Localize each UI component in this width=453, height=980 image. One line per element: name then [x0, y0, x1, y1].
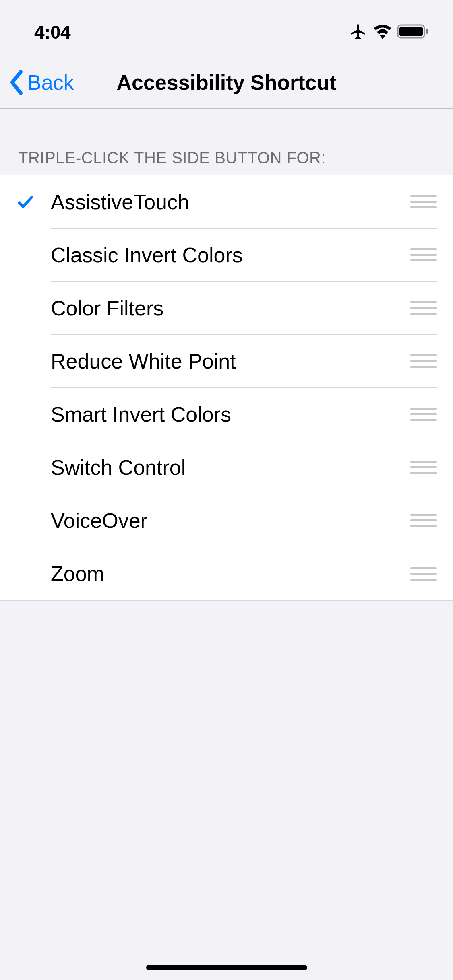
chevron-left-icon	[9, 70, 24, 95]
status-time: 4:04	[34, 21, 70, 43]
item-label: AssistiveTouch	[51, 190, 189, 214]
list-item[interactable]: Classic Invert Colors	[0, 229, 453, 282]
reorder-handle-icon[interactable]	[410, 405, 437, 423]
svg-rect-1	[399, 27, 423, 36]
home-indicator[interactable]	[146, 965, 307, 970]
reorder-handle-icon[interactable]	[410, 511, 437, 529]
list-item[interactable]: Smart Invert Colors	[0, 388, 453, 441]
item-label: Color Filters	[51, 296, 163, 320]
item-label: Classic Invert Colors	[51, 243, 243, 267]
list-item[interactable]: Reduce White Point	[0, 335, 453, 388]
item-label: Switch Control	[51, 455, 186, 480]
back-button[interactable]: Back	[0, 70, 74, 95]
list-item[interactable]: AssistiveTouch	[0, 175, 453, 229]
reorder-handle-icon[interactable]	[410, 352, 437, 370]
airplane-mode-icon	[348, 22, 368, 43]
list-item[interactable]: Color Filters	[0, 282, 453, 335]
wifi-icon	[373, 24, 392, 40]
section-header: TRIPLE-CLICK THE SIDE BUTTON FOR:	[0, 109, 453, 175]
item-label: Reduce White Point	[51, 349, 236, 373]
item-label: Zoom	[51, 562, 104, 586]
navigation-bar: Back Accessibility Shortcut	[0, 56, 453, 109]
svg-rect-2	[426, 29, 428, 34]
checkmark-icon	[16, 193, 35, 211]
item-label: Smart Invert Colors	[51, 402, 231, 426]
list-item[interactable]: VoiceOver	[0, 494, 453, 547]
reorder-handle-icon[interactable]	[410, 458, 437, 476]
reorder-handle-icon[interactable]	[410, 246, 437, 264]
reorder-handle-icon[interactable]	[410, 299, 437, 317]
list-item[interactable]: Zoom	[0, 547, 453, 600]
shortcut-list: AssistiveTouch Classic Invert Colors Col…	[0, 175, 453, 601]
status-bar: 4:04	[0, 0, 453, 56]
back-label: Back	[27, 70, 74, 95]
battery-icon	[397, 24, 429, 41]
status-icons	[348, 22, 429, 43]
reorder-handle-icon[interactable]	[410, 565, 437, 583]
reorder-handle-icon[interactable]	[410, 193, 437, 211]
check-slot	[0, 193, 51, 211]
item-label: VoiceOver	[51, 509, 147, 533]
list-item[interactable]: Switch Control	[0, 441, 453, 494]
